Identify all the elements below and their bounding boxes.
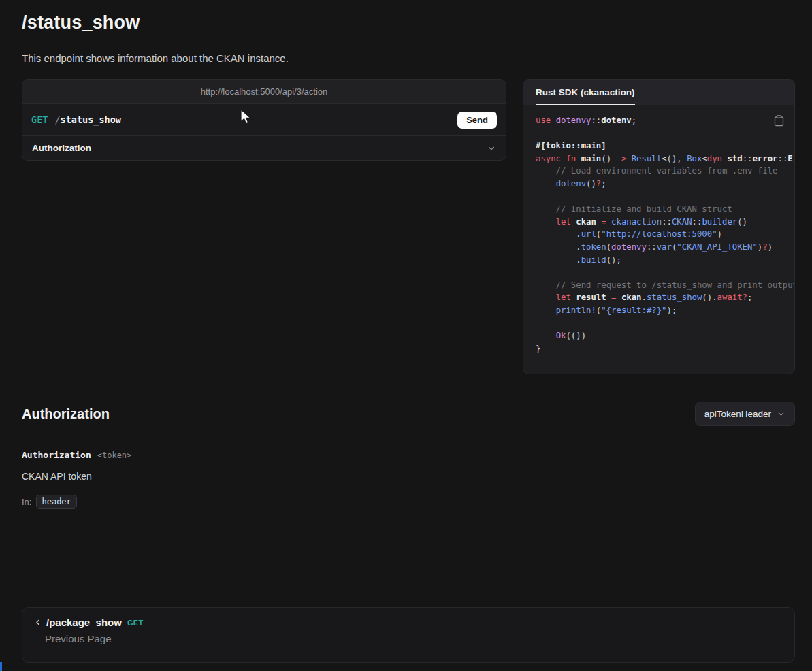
code-line xyxy=(536,191,794,203)
authorization-heading: Authorization xyxy=(22,406,110,422)
base-url-text: http://localhost:5000/api/3/action xyxy=(201,86,327,97)
code-line xyxy=(536,127,794,140)
request-playground-card: http://localhost:5000/api/3/action GET /… xyxy=(22,79,506,161)
tab-rust-sdk[interactable]: Rust SDK (ckanaction) xyxy=(536,80,635,105)
chevron-left-icon xyxy=(33,618,42,627)
code-line: Ok(()) xyxy=(536,329,794,342)
focus-indicator xyxy=(0,662,2,671)
auth-accordion-toggle[interactable]: Authorization xyxy=(22,135,506,160)
param-in-row: In: header xyxy=(22,495,795,509)
code-line xyxy=(536,317,794,330)
prev-page-label: Previous Page xyxy=(45,633,783,644)
code-line: // Load environment variables from .env … xyxy=(536,165,794,178)
code-panel-header: Rust SDK (ckanaction) xyxy=(523,80,794,105)
request-path: /status_show xyxy=(54,114,121,125)
authorization-section-header: Authorization apiTokenHeader xyxy=(22,402,795,426)
code-line: } xyxy=(536,342,794,355)
request-path-slash: / xyxy=(54,114,60,125)
code-line: dotenv()?; xyxy=(536,178,794,191)
code-line: println!("{result:#?}"); xyxy=(536,304,794,317)
param-in-badge: header xyxy=(36,495,76,509)
prev-page-card[interactable]: /package_show GET Previous Page xyxy=(22,607,795,663)
two-column-layout: http://localhost:5000/api/3/action GET /… xyxy=(22,79,795,374)
code-area: use dotenvy::dotenv; #[tokio::main]async… xyxy=(523,105,794,374)
auth-scheme-select[interactable]: apiTokenHeader xyxy=(695,402,795,426)
prev-page-title: /package_show xyxy=(46,617,122,628)
code-line: let result = ckan.status_show().await?; xyxy=(536,291,794,304)
param-type: <token> xyxy=(97,451,132,460)
request-row: GET /status_show Send xyxy=(22,104,506,135)
code-line: async fn main() -> Result<(), Box<dyn st… xyxy=(536,152,794,165)
auth-scheme-value: apiTokenHeader xyxy=(704,409,771,419)
chevron-down-icon xyxy=(487,144,496,153)
base-url-bar[interactable]: http://localhost:5000/api/3/action xyxy=(22,80,506,104)
code-line: // Initialize and build CKAN struct xyxy=(536,203,794,216)
send-button[interactable]: Send xyxy=(457,112,497,129)
code-line: let ckan = ckanaction::CKAN::builder() xyxy=(536,216,794,229)
code-line: #[tokio::main] xyxy=(536,140,794,152)
chevron-down-icon xyxy=(777,410,785,419)
request-path-name: status_show xyxy=(61,114,121,125)
param-description: CKAN API token xyxy=(22,471,795,482)
code-line: .build(); xyxy=(536,254,794,267)
prev-page-title-row: /package_show GET xyxy=(33,617,783,628)
prev-page-method-badge: GET xyxy=(127,619,144,627)
code-example-panel: Rust SDK (ckanaction) use dotenvy::doten… xyxy=(523,79,795,374)
code-line xyxy=(536,266,794,279)
code-line: // Send request to /status_show and prin… xyxy=(536,279,794,292)
code-line: use dotenvy::dotenv; xyxy=(536,114,794,127)
clipboard-icon xyxy=(774,115,784,127)
copy-button[interactable] xyxy=(773,114,785,128)
param-header-row: Authorization <token> xyxy=(22,450,795,460)
page-description: This endpoint shows information about th… xyxy=(22,52,795,64)
main-content: /status_show This endpoint shows informa… xyxy=(22,0,795,509)
auth-accordion-label: Authorization xyxy=(32,143,91,153)
request-method-badge: GET xyxy=(31,114,48,125)
param-name: Authorization xyxy=(22,450,91,460)
code-line: .url("http://localhost:5000") xyxy=(536,228,794,241)
code-line: .token(dotenvy::var("CKAN_API_TOKEN")?) xyxy=(536,241,794,254)
page-title: /status_show xyxy=(22,12,795,33)
code-block: use dotenvy::dotenv; #[tokio::main]async… xyxy=(536,114,794,355)
param-in-label: In: xyxy=(22,497,31,507)
